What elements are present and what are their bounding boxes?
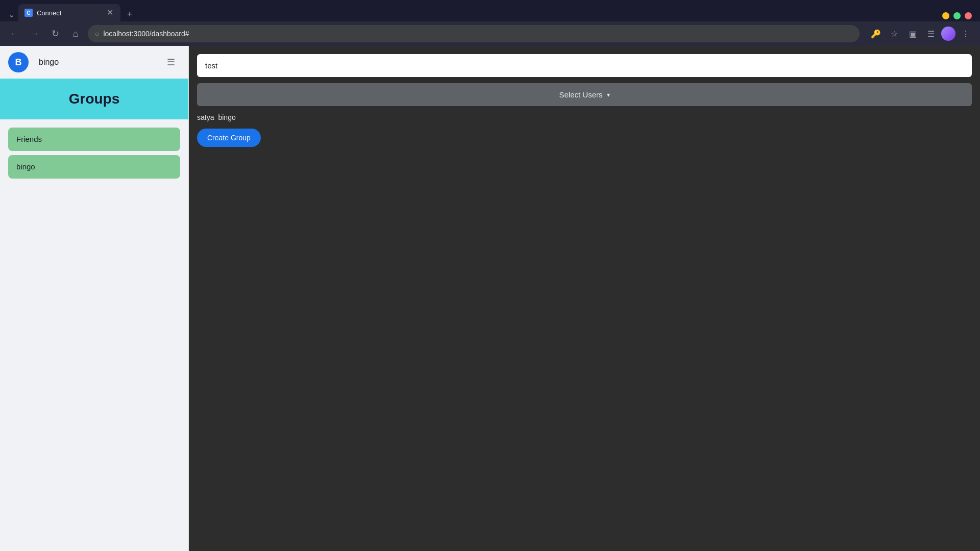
sidebar-toggle-icon[interactable]: ☰ xyxy=(923,26,939,42)
user-avatar: B xyxy=(8,52,29,72)
minimize-button[interactable] xyxy=(942,12,949,19)
user-name: bingo xyxy=(39,58,59,67)
tab-close-button[interactable]: ✕ xyxy=(106,8,114,18)
more-options-icon[interactable]: ⋮ xyxy=(958,26,974,42)
sidebar: B bingo ☰ Groups Friends bingo xyxy=(0,46,189,551)
new-tab-button[interactable]: + xyxy=(122,7,137,21)
browser-chrome: ⌄ C Connect ✕ + ← → ↻ ⌂ ○ localhost:3000… xyxy=(0,0,980,46)
groups-header: Groups xyxy=(0,79,188,119)
create-group-button[interactable]: Create Group xyxy=(197,129,261,147)
group-item-friends[interactable]: Friends xyxy=(8,128,180,151)
sidebar-list: Friends bingo xyxy=(0,119,188,551)
password-icon[interactable]: 🔑 xyxy=(868,26,884,42)
maximize-button[interactable] xyxy=(953,12,961,19)
group-name-input[interactable] xyxy=(197,54,972,77)
extensions-icon[interactable]: ▣ xyxy=(904,26,921,42)
close-button[interactable] xyxy=(965,12,972,19)
tab-list-button[interactable]: ⌄ xyxy=(4,7,18,21)
user-chip-satya: satya xyxy=(197,113,214,121)
forward-button[interactable]: → xyxy=(27,26,43,42)
select-users-button[interactable]: Select Users ▾ xyxy=(197,83,972,106)
reload-button[interactable]: ↻ xyxy=(47,26,63,42)
selected-users-row: satya bingo xyxy=(197,112,972,122)
menu-button[interactable]: ☰ xyxy=(162,53,180,71)
window-controls xyxy=(942,12,976,21)
browser-controls-row: ← → ↻ ⌂ ○ localhost:3000/dashboard# 🔑 ☆ … xyxy=(0,21,980,46)
lock-icon: ○ xyxy=(95,30,99,38)
profile-avatar[interactable] xyxy=(941,27,955,41)
main-content: Select Users ▾ satya bingo Create Group xyxy=(189,46,980,551)
group-item-bingo[interactable]: bingo xyxy=(8,155,180,179)
tab-bar: ⌄ C Connect ✕ + xyxy=(0,0,980,21)
bookmark-icon[interactable]: ☆ xyxy=(886,26,902,42)
dropdown-arrow-icon: ▾ xyxy=(607,91,610,98)
address-bar[interactable]: ○ localhost:3000/dashboard# xyxy=(88,25,860,42)
home-button[interactable]: ⌂ xyxy=(67,26,84,42)
back-button[interactable]: ← xyxy=(6,26,22,42)
toolbar-icons: 🔑 ☆ ▣ ☰ ⋮ xyxy=(868,26,974,42)
user-chip-bingo: bingo xyxy=(218,113,235,121)
select-users-label: Select Users xyxy=(559,90,602,99)
tab-title: Connect xyxy=(37,9,102,17)
sidebar-header: B bingo ☰ xyxy=(0,46,188,79)
address-text: localhost:3000/dashboard# xyxy=(103,30,852,38)
group-item-label: Friends xyxy=(16,135,42,143)
active-tab[interactable]: C Connect ✕ xyxy=(18,4,120,21)
app-container: B bingo ☰ Groups Friends bingo Select Us… xyxy=(0,46,980,551)
tab-favicon: C xyxy=(24,9,33,17)
group-item-label: bingo xyxy=(16,162,35,171)
groups-title: Groups xyxy=(10,91,178,107)
